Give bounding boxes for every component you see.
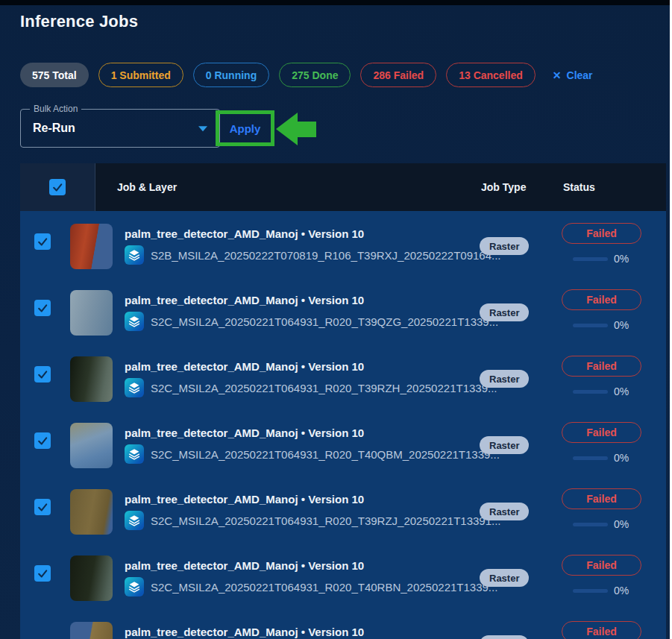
job-thumbnail[interactable] [70,489,113,535]
job-name[interactable]: palm_tree_detector_AMD_Manoj • Version 1… [125,493,364,506]
progress-bar [573,589,608,593]
job-name[interactable]: palm_tree_detector_AMD_Manoj • Version 1… [125,626,364,638]
job-thumbnail[interactable] [70,224,113,269]
clear-label: Clear [567,69,593,81]
progress-percent: 0% [614,319,629,331]
job-thumbnail[interactable] [70,555,113,601]
layer-line: S2C_MSIL2A_20250221T064931_R020_T40RBN_2… [125,577,497,596]
table-row[interactable]: palm_tree_detector_AMD_Manoj • Version 1… [20,211,666,277]
job-name[interactable]: palm_tree_detector_AMD_Manoj • Version 1… [125,227,364,240]
table-row[interactable]: palm_tree_detector_AMD_Manoj • Version 1… [20,277,666,344]
job-type-badge: Raster [480,569,529,587]
progress-bar [573,390,608,394]
layer-id[interactable]: S2B_MSIL2A_20250222T070819_R106_T39RXJ_2… [151,249,501,262]
layer-line: S2B_MSIL2A_20250222T070819_R106_T39RXJ_2… [125,245,501,265]
check-icon [37,501,48,513]
page-title: Inference Jobs [20,12,138,31]
progress-line: 0% [573,585,629,596]
status-badge: Failed [562,289,641,310]
layers-icon [125,378,144,397]
job-type-badge: Raster [480,635,529,639]
status-badge: Failed [562,488,641,509]
check-icon [37,435,48,447]
status-badge: Failed [562,555,641,576]
clear-filters-button[interactable]: ✕ Clear [553,69,593,81]
job-type-badge: Raster [480,303,529,321]
filter-chip-done[interactable]: 275 Done [279,63,351,87]
row-checkbox[interactable] [34,499,51,515]
job-thumbnail[interactable] [70,622,113,639]
chevron-down-icon [198,126,207,131]
job-name[interactable]: palm_tree_detector_AMD_Manoj • Version 1… [125,426,364,439]
filter-chip-failed[interactable]: 286 Failed [360,63,436,87]
bulk-action-select[interactable]: Bulk Action Re-Run [20,109,220,148]
progress-percent: 0% [614,452,629,464]
job-type-badge: Raster [480,237,529,255]
table-row[interactable]: palm_tree_detector_AMD_Manoj • Version 1… [20,543,666,609]
layer-id[interactable]: S2C_MSIL2A_20250221T064931_R020_T39RZH_2… [151,382,497,394]
row-checkbox[interactable] [34,366,51,383]
layer-id[interactable]: S2C_MSIL2A_20250221T064931_R020_T40QBM_2… [151,448,500,461]
close-icon: ✕ [553,70,562,81]
job-type-badge: Raster [480,503,529,520]
progress-line: 0% [573,253,629,265]
job-name[interactable]: palm_tree_detector_AMD_Manoj • Version 1… [125,559,364,572]
select-all-cell [20,163,95,211]
check-icon [37,567,48,579]
job-thumbnail[interactable] [70,356,113,402]
apply-annotation-box: Apply [216,110,274,146]
job-thumbnail[interactable] [70,423,113,468]
filter-chip-cancelled[interactable]: 13 Cancelled [446,63,536,87]
table-row[interactable]: palm_tree_detector_AMD_Manoj • Version 1… [20,410,666,476]
top-edge-strip [0,0,672,5]
layers-icon [125,511,144,530]
layers-icon [125,444,144,464]
progress-percent: 0% [614,385,629,397]
row-checkbox[interactable] [34,432,51,449]
layer-id[interactable]: S2C_MSIL2A_20250221T064931_R020_T39RZJ_2… [151,514,501,527]
layer-line: S2C_MSIL2A_20250221T064931_R020_T39RZH_2… [125,378,497,397]
apply-button[interactable]: Apply [230,122,261,135]
bulk-action-value: Re-Run [33,122,75,135]
table-row[interactable]: palm_tree_detector_AMD_Manoj • Version 1… [20,476,666,543]
layers-icon [125,577,144,596]
row-checkbox[interactable] [34,300,51,316]
layer-id[interactable]: S2C_MSIL2A_20250221T064931_R020_T40RBN_2… [151,581,497,594]
job-thumbnail[interactable] [70,290,113,336]
table-row[interactable]: palm_tree_detector_AMD_Manoj • Version 1… [20,344,666,410]
table-body: palm_tree_detector_AMD_Manoj • Version 1… [20,211,666,639]
filter-chip-running[interactable]: 0 Running [193,63,269,87]
filter-chip-submitted[interactable]: 1 Submitted [98,63,183,87]
check-icon [37,236,48,248]
layer-line: S2C_MSIL2A_20250221T064931_R020_T39RZJ_2… [125,511,501,530]
layer-id[interactable]: S2C_MSIL2A_20250221T064931_R020_T39QZG_2… [151,315,498,328]
layers-icon [125,312,144,331]
layer-line: S2C_MSIL2A_20250221T064931_R020_T39QZG_2… [125,312,498,331]
job-type-badge: Raster [480,370,529,388]
table-row[interactable]: palm_tree_detector_AMD_Manoj • Version 1… [20,609,666,639]
layer-line: S2C_MSIL2A_20250221T064931_R020_T40QBM_2… [125,444,500,464]
progress-percent: 0% [614,585,629,596]
progress-line: 0% [573,319,629,331]
progress-line: 0% [573,452,629,464]
filter-chip-total[interactable]: 575 Total [20,63,89,87]
column-header-job-type[interactable]: Job Type [481,163,526,211]
select-all-checkbox[interactable] [49,179,66,195]
filter-chips-row: 575 Total 1 Submitted0 Running275 Done28… [20,63,593,87]
row-checkbox[interactable] [34,233,51,250]
bulk-action-label: Bulk Action [30,104,81,114]
column-header-status[interactable]: Status [563,163,595,211]
progress-bar [573,456,608,460]
job-name[interactable]: palm_tree_detector_AMD_Manoj • Version 1… [125,360,364,373]
status-badge: Failed [562,621,641,639]
progress-percent: 0% [614,518,629,530]
progress-percent: 0% [614,253,629,265]
progress-bar [573,257,608,261]
layers-icon [125,245,144,265]
column-header-job-layer[interactable]: Job & Layer [117,163,177,211]
job-name[interactable]: palm_tree_detector_AMD_Manoj • Version 1… [125,294,364,306]
progress-bar [573,324,608,327]
status-badge: Failed [562,356,641,377]
check-icon [37,368,48,380]
row-checkbox[interactable] [34,565,51,582]
